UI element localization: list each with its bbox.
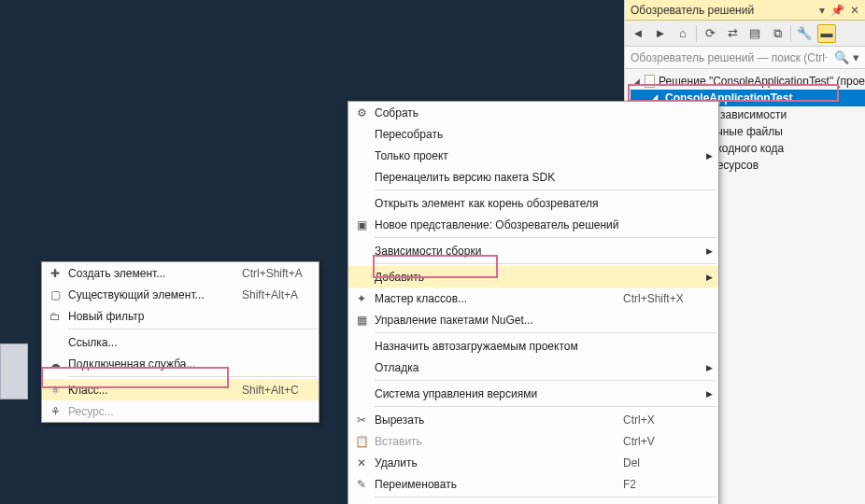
menu-item-paste: 📋 Вставить Ctrl+V bbox=[348, 430, 718, 452]
separator bbox=[375, 263, 716, 264]
submenu-arrow-icon: ▶ bbox=[703, 151, 718, 161]
tree-item-dependencies[interactable]: е зависимости bbox=[709, 106, 865, 123]
submenu-item-resource: ⚘ Ресурс... bbox=[42, 400, 319, 422]
menu-item-delete[interactable]: ✕ Удалить Del bbox=[348, 452, 718, 473]
separator bbox=[375, 332, 716, 333]
separator bbox=[375, 380, 716, 381]
resource-icon: ⚘ bbox=[50, 405, 61, 418]
menu-item-build[interactable]: ⚙ Собрать bbox=[348, 102, 718, 123]
folder-icon: 🗀 bbox=[50, 310, 61, 323]
menu-item-build-deps[interactable]: Зависимости сборки ▶ bbox=[348, 240, 718, 261]
collapsed-sidebar bbox=[0, 343, 28, 399]
submenu-item-class[interactable]: ⚛ Класс... Shift+Alt+C bbox=[42, 379, 319, 400]
sync-icon[interactable]: ⟳ bbox=[701, 24, 719, 43]
back-icon[interactable]: ◄ bbox=[629, 24, 647, 43]
separator bbox=[375, 237, 716, 238]
forward-icon[interactable]: ► bbox=[651, 24, 670, 43]
pin-icon[interactable]: 📌 bbox=[830, 4, 844, 17]
solution-explorer-search: 🔍 ▾ bbox=[625, 47, 865, 69]
separator bbox=[790, 25, 791, 42]
menu-item-open-root[interactable]: Открыть элемент как корень обозревателя bbox=[348, 192, 718, 214]
menu-item-retarget-sdk[interactable]: Перенацелить версию пакета SDK bbox=[348, 166, 718, 188]
close-icon[interactable]: ✕ bbox=[850, 4, 859, 17]
menu-item-rename[interactable]: ✎ Переименовать F2 bbox=[348, 473, 718, 495]
menu-item-source-control[interactable]: Система управления версиями ▶ bbox=[348, 383, 718, 404]
submenu-arrow-icon: ▶ bbox=[703, 273, 718, 282]
class-icon: ⚛ bbox=[50, 384, 61, 397]
paste-icon: 📋 bbox=[355, 435, 369, 448]
separator bbox=[68, 329, 317, 329]
solution-explorer-titlebar: Обозреватель решений ▾ 📌 ✕ bbox=[625, 0, 865, 21]
solution-node[interactable]: ◢ Решение "ConsoleApplicationTest" (прое bbox=[631, 73, 865, 90]
cloud-icon: ☁ bbox=[50, 357, 61, 371]
copy-icon[interactable]: ⧉ bbox=[768, 24, 787, 43]
tree-item-source-files[interactable]: очные файлы bbox=[709, 123, 865, 140]
menu-item-rebuild[interactable]: Пересобрать bbox=[348, 123, 718, 145]
separator bbox=[68, 376, 317, 377]
menu-item-nuget[interactable]: ▦ Управление пакетами NuGet... bbox=[348, 309, 718, 330]
expand-icon[interactable]: ◢ bbox=[632, 77, 641, 86]
menu-item-unload[interactable]: Выгрузить проект bbox=[348, 499, 718, 504]
menu-item-set-startup[interactable]: Назначить автозагружаемым проектом bbox=[348, 335, 718, 357]
separator bbox=[375, 406, 716, 407]
rename-icon: ✎ bbox=[357, 478, 366, 491]
window-icon: ▣ bbox=[357, 218, 367, 231]
search-input[interactable] bbox=[631, 51, 827, 64]
search-icon[interactable]: 🔍 ▾ bbox=[834, 50, 859, 64]
home-icon[interactable]: ⌂ bbox=[674, 24, 692, 43]
wizard-icon: ✦ bbox=[357, 292, 366, 305]
submenu-arrow-icon: ▶ bbox=[703, 389, 718, 399]
filter-icon[interactable]: ▤ bbox=[745, 24, 764, 43]
solution-explorer-title: Обозреватель решений bbox=[631, 4, 754, 17]
add-submenu: ✚ Создать элемент... Ctrl+Shift+A ▢ Суще… bbox=[41, 261, 319, 423]
submenu-item-new-item[interactable]: ✚ Создать элемент... Ctrl+Shift+A bbox=[42, 262, 319, 284]
menu-item-class-wizard[interactable]: ✦ Мастер классов... Ctrl+Shift+X bbox=[348, 287, 718, 309]
new-item-icon: ✚ bbox=[50, 267, 60, 280]
highlighted-tool-icon[interactable]: ▬ bbox=[817, 24, 836, 43]
delete-icon: ✕ bbox=[357, 456, 366, 469]
build-icon: ⚙ bbox=[357, 106, 367, 119]
submenu-item-existing-item[interactable]: ▢ Существующий элемент... Shift+Alt+A bbox=[42, 284, 319, 305]
submenu-item-reference[interactable]: Ссылка... bbox=[42, 331, 319, 353]
properties-icon[interactable]: 🔧 bbox=[795, 24, 814, 43]
separator bbox=[696, 25, 697, 42]
submenu-arrow-icon: ▶ bbox=[703, 363, 718, 372]
menu-item-project-only[interactable]: Только проект ▶ bbox=[348, 145, 718, 166]
dropdown-icon[interactable]: ▾ bbox=[819, 4, 825, 17]
tree-item-source-code[interactable]: сходного кода bbox=[709, 140, 865, 157]
tree-item-resources[interactable]: ресурсов bbox=[709, 157, 865, 174]
menu-item-add[interactable]: Добавить ▶ bbox=[348, 266, 718, 287]
submenu-arrow-icon: ▶ bbox=[703, 246, 718, 256]
existing-item-icon: ▢ bbox=[50, 288, 61, 301]
nuget-icon: ▦ bbox=[357, 314, 367, 327]
solution-explorer-toolbar: ◄ ► ⌂ ⟳ ⇄ ▤ ⧉ 🔧 ▬ bbox=[625, 21, 865, 47]
project-context-menu: ⚙ Собрать Пересобрать Только проект ▶ Пе… bbox=[347, 101, 719, 504]
cut-icon: ✂ bbox=[357, 413, 366, 427]
submenu-item-connected-service[interactable]: ☁ Подключенная служба... bbox=[42, 353, 319, 374]
menu-item-debug[interactable]: Отладка ▶ bbox=[348, 357, 718, 378]
separator bbox=[375, 497, 716, 497]
exchange-icon[interactable]: ⇄ bbox=[723, 24, 742, 43]
separator bbox=[375, 189, 716, 190]
menu-item-cut[interactable]: ✂ Вырезать Ctrl+X bbox=[348, 409, 718, 430]
submenu-item-new-filter[interactable]: 🗀 Новый фильтр bbox=[42, 305, 319, 327]
menu-item-new-view[interactable]: ▣ Новое представление: Обозреватель реше… bbox=[348, 214, 718, 235]
solution-icon bbox=[645, 75, 655, 88]
